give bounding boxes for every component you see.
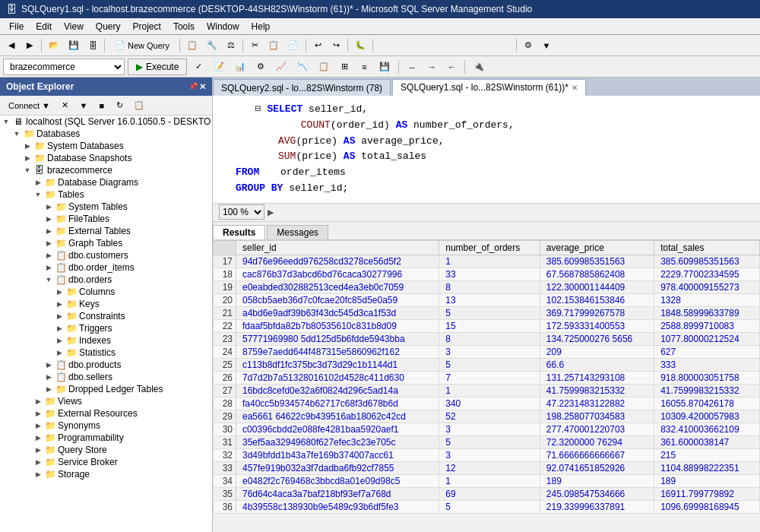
results-to-text-btn[interactable]: ≡ <box>356 59 372 75</box>
copy-btn[interactable]: 📋 <box>264 37 283 54</box>
tree-item-triggers[interactable]: ▶📁Triggers <box>0 322 212 334</box>
tree-item-servicebroker[interactable]: ▶📁Service Broker <box>0 456 212 468</box>
tree-item-querystore[interactable]: ▶📁Query Store <box>0 444 212 456</box>
tree-item-databases[interactable]: ▼📁Databases <box>0 128 212 140</box>
expander-triggers[interactable]: ▶ <box>53 325 65 332</box>
parse-btn[interactable]: 📝 <box>210 59 228 75</box>
menu-item-query[interactable]: Query <box>90 20 127 33</box>
include-client-stats-btn[interactable]: 📋 <box>315 59 333 75</box>
expander-constraints[interactable]: ▶ <box>53 312 65 320</box>
compare-btn[interactable]: ⚖ <box>223 37 239 54</box>
table-row[interactable]: 28fa40cc5b934574b62717c68f3d678b6d34047.… <box>214 397 760 410</box>
tree-item-synonyms[interactable]: ▶📁Synonyms <box>0 420 212 432</box>
expander-tables[interactable]: ▼ <box>32 191 44 198</box>
table-row[interactable]: 3135ef5aa32949680f627efec3c23e705c572.32… <box>214 435 760 448</box>
comment-btn[interactable]: -- <box>404 59 420 75</box>
table-row[interactable]: 323d49bfdd1b43a7fe169b374007acc61371.666… <box>214 448 760 461</box>
cancel-query-btn[interactable]: ✓ <box>190 59 207 75</box>
new-query-btn[interactable]: 📄 New Query <box>108 37 176 54</box>
tree-item-systemdb[interactable]: ▶📁System Databases <box>0 140 212 152</box>
oe-close-btn[interactable]: ✕ <box>199 82 206 92</box>
menu-item-view[interactable]: View <box>58 20 90 33</box>
expander-statistics[interactable]: ▶ <box>53 349 65 356</box>
table-row[interactable]: 20058cb5aeb36d7c0fcae20fc85d5e0a5913102.… <box>214 293 760 306</box>
more-btn[interactable]: ▼ <box>538 37 555 54</box>
results-tab-messages[interactable]: Messages <box>267 225 328 239</box>
expander-systemtables[interactable]: ▶ <box>43 203 55 211</box>
tree-item-externaltables[interactable]: ▶📁External Tables <box>0 225 212 237</box>
open-file-btn[interactable]: 📂 <box>45 37 63 54</box>
expander-customers[interactable]: ▶ <box>43 252 55 259</box>
tree-item-server[interactable]: ▼🖥localhost (SQL Server 16.0.1050.5 - DE… <box>0 116 212 128</box>
expander-server[interactable]: ▼ <box>0 118 12 125</box>
expander-graphtables[interactable]: ▶ <box>43 239 55 247</box>
paste-btn[interactable]: 📄 <box>284 37 302 54</box>
outdent-btn[interactable]: ← <box>443 59 460 75</box>
tab-close-tab2[interactable]: ✕ <box>572 84 578 92</box>
save-btn[interactable]: 💾 <box>65 37 83 54</box>
results-table-container[interactable]: seller_idnumber_of_ordersaverage_priceto… <box>213 240 760 532</box>
results-tab-results[interactable]: Results <box>213 225 265 239</box>
connection-btn[interactable]: 🔌 <box>470 59 488 75</box>
sql-editor[interactable]: ⊟ SELECT seller_id, COUNT(order_id) AS n… <box>213 96 760 204</box>
table-row[interactable]: 18cac876b37d3abcd6bd76caca302779963367.5… <box>214 268 760 280</box>
results-to-grid-btn[interactable]: ⊞ <box>336 59 353 75</box>
table-row[interactable]: 1794d76e96eedd976258cd3278ce56d5f21385.6… <box>214 255 760 268</box>
save-all-btn[interactable]: 🗄 <box>84 37 101 54</box>
tree-item-filetables[interactable]: ▶📁FileTables <box>0 213 212 225</box>
back-btn[interactable]: ◀ <box>3 37 20 54</box>
oe-filter-btn[interactable]: ▼ <box>75 97 92 114</box>
menu-item-file[interactable]: File <box>3 20 30 33</box>
tree-item-statistics[interactable]: ▶📁Statistics <box>0 347 212 359</box>
tree-item-extresources[interactable]: ▶📁External Resources <box>0 407 212 420</box>
tree-item-dbdiagrams[interactable]: ▶📁Database Diagrams <box>0 176 212 188</box>
expander-brazecommerce[interactable]: ▼ <box>21 166 33 174</box>
debug-btn[interactable]: 🐛 <box>351 37 369 54</box>
table-row[interactable]: 2357771969980 5dd125d5b6fdde5943bba8134.… <box>214 332 760 345</box>
expander-storage[interactable]: ▶ <box>32 470 44 478</box>
expander-views[interactable]: ▶ <box>32 397 44 405</box>
search-input[interactable] <box>376 37 513 54</box>
tree-item-brazecommerce[interactable]: ▼🗄brazecommerce <box>0 164 212 176</box>
expander-columns[interactable]: ▶ <box>53 288 65 296</box>
database-select[interactable]: brazecommerce <box>3 59 125 75</box>
oe-connect-btn[interactable]: Connect ▼ <box>3 97 55 114</box>
expander-sellers[interactable]: ▶ <box>43 373 55 381</box>
cut-btn[interactable]: ✂ <box>246 37 263 54</box>
table-row[interactable]: 30c00396cbdd2e088fe4281baa5920aef13277.4… <box>214 423 760 435</box>
oe-summary-btn[interactable]: 📋 <box>130 97 148 114</box>
expander-products[interactable]: ▶ <box>43 361 55 369</box>
expander-keys[interactable]: ▶ <box>53 300 65 308</box>
tab-tab1[interactable]: SQLQuery2.sql - lo...82S\Winstorm (78) <box>213 79 391 96</box>
table-row[interactable]: 267d7d2b7a51328016102d4528c411d6307131.2… <box>214 371 760 384</box>
expander-databases[interactable]: ▼ <box>11 130 23 138</box>
tab-tab2[interactable]: SQLQuery1.sql - lo...82S\Winstorm (61))*… <box>392 79 586 96</box>
indent-btn[interactable]: → <box>423 59 440 75</box>
menu-item-help[interactable]: Help <box>245 20 277 33</box>
execute-btn[interactable]: ▶ Execute <box>128 59 187 75</box>
query-options-btn[interactable]: ⚙ <box>252 59 269 75</box>
oe-disconnect-btn[interactable]: ✕ <box>57 97 74 114</box>
table-row[interactable]: 19e0eabded302882513ced4ea3eb0c70598122.3… <box>214 280 760 293</box>
expander-droppedledger[interactable]: ▶ <box>43 385 55 393</box>
table-row[interactable]: 21a4bd6e9adf39b63f43dc545d3ca1f53d5369.7… <box>214 306 760 319</box>
expander-snapshots[interactable]: ▶ <box>21 154 33 162</box>
forward-btn[interactable]: ▶ <box>21 37 38 54</box>
tree-item-customers[interactable]: ▶📋dbo.customers <box>0 249 212 261</box>
table-row[interactable]: 2716bdc8cefd0e32a6f0824d296c5ad14a141.75… <box>214 384 760 397</box>
include-actual-plan-btn[interactable]: 📈 <box>272 59 290 75</box>
tree-item-droppedledger[interactable]: ▶📁Dropped Ledger Tables <box>0 383 212 395</box>
tree-item-sellers[interactable]: ▶📋dbo.sellers <box>0 371 212 383</box>
menu-item-project[interactable]: Project <box>127 20 167 33</box>
tree-item-graphtables[interactable]: ▶📁Graph Tables <box>0 237 212 249</box>
table-row[interactable]: 25c113b8df1fc375bc3d73d29c1b1144d1566.63… <box>214 358 760 371</box>
extract-btn[interactable]: 📋 <box>183 37 201 54</box>
undo-btn[interactable]: ↩ <box>309 37 326 54</box>
tree-item-tables[interactable]: ▼📁Tables <box>0 188 212 201</box>
expander-querystore[interactable]: ▶ <box>32 446 44 454</box>
tree-item-snapshots[interactable]: ▶📁Database Snapshots <box>0 152 212 164</box>
tree-item-columns[interactable]: ▶📁Columns <box>0 286 212 298</box>
display-estimated-plan-btn[interactable]: 📊 <box>231 59 249 75</box>
tree-item-orders[interactable]: ▼📋dbo.orders <box>0 274 212 286</box>
expander-systemdb[interactable]: ▶ <box>21 142 33 150</box>
